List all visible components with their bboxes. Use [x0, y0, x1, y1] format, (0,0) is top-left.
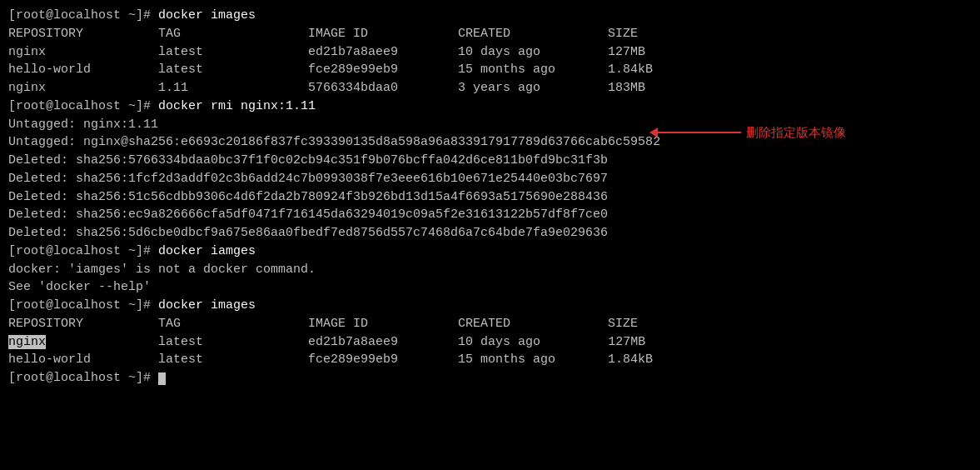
line-19: nginx latest ed21b7a8aee9 10 days ago 12… [8, 333, 972, 352]
cursor [158, 372, 166, 385]
line-21: [root@localhost ~]# [8, 369, 972, 388]
line-1: [root@localhost ~]# docker images [8, 7, 972, 25]
prompt-14: [root@localhost ~]# [8, 244, 158, 258]
line-4: hello-world latest fce289e99eb9 15 month… [8, 61, 972, 79]
line-6: [root@localhost ~]# docker rmi nginx:1.1… [8, 98, 972, 116]
cmd-1: docker images [158, 8, 256, 22]
line-14: [root@localhost ~]# docker iamges [8, 242, 972, 261]
line-9: Deleted: sha256:5766334bdaa0bc37f1f0c02c… [8, 152, 972, 170]
terminal: [root@localhost ~]# docker images REPOSI… [0, 0, 980, 470]
line-3: nginx latest ed21b7a8aee9 10 days ago 12… [8, 43, 972, 62]
line-12: Deleted: sha256:ec9a826666cfa5df0471f716… [8, 206, 972, 224]
prompt-6: [root@localhost ~]# [8, 99, 158, 113]
line-17: [root@localhost ~]# docker images [8, 297, 972, 315]
annotation-text: 删除指定版本镜像 [746, 123, 846, 142]
prompt-1: [root@localhost ~]# [8, 8, 158, 22]
arrow [649, 128, 741, 138]
line-15: docker: 'iamges' is not a docker command… [8, 261, 972, 279]
line-13: Deleted: sha256:5d6cbe0dbcf9a675e86aa0fb… [8, 224, 972, 242]
nginx-rest: latest ed21b7a8aee9 10 days ago 127MB [46, 335, 645, 349]
line-20: hello-world latest fce289e99eb9 15 month… [8, 351, 972, 369]
arrow-shaft [658, 132, 741, 133]
prompt-final: [root@localhost ~]# [8, 371, 158, 385]
line-2: REPOSITORY TAG IMAGE ID CREATED SIZE [8, 25, 972, 43]
line-10: Deleted: sha256:1fcf2d3addf02c3b6add24c7… [8, 170, 972, 188]
line-16: See 'docker --help' [8, 278, 972, 297]
cmd-14: docker iamges [158, 244, 256, 258]
line-18: REPOSITORY TAG IMAGE ID CREATED SIZE [8, 315, 972, 333]
nginx-highlight: nginx [8, 335, 46, 349]
prompt-17: [root@localhost ~]# [8, 298, 158, 312]
line-5: nginx 1.11 5766334bdaa0 3 years ago 183M… [8, 79, 972, 98]
line-11: Deleted: sha256:51c56cdbb9306c4d6f2da2b7… [8, 188, 972, 207]
arrow-head [649, 128, 658, 138]
cmd-17: docker images [158, 298, 256, 312]
annotation: 删除指定版本镜像 [649, 123, 846, 142]
cmd-6: docker rmi nginx:1.11 [158, 99, 316, 113]
